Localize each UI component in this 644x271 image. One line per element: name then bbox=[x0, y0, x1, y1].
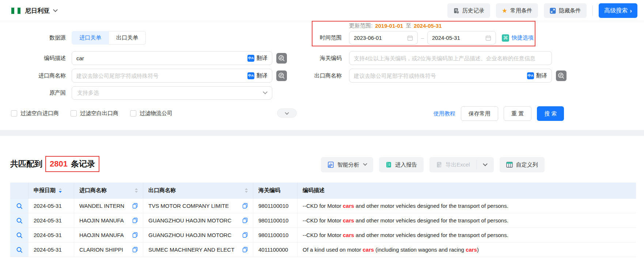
hs-code-input[interactable] bbox=[354, 55, 547, 61]
history-label: 历史记录 bbox=[462, 7, 484, 14]
chevron-down-icon bbox=[363, 162, 367, 166]
quick-options-button[interactable]: ⌘ 快捷选项 bbox=[502, 34, 534, 42]
checkbox-icon[interactable] bbox=[71, 110, 77, 117]
cell-exporter: GUANGZHOU HAOJIN MOTORC bbox=[143, 213, 253, 228]
header-exporter[interactable]: 出口商名称 bbox=[143, 183, 253, 198]
sort-desc-icon[interactable] bbox=[59, 191, 62, 193]
copy-icon[interactable] bbox=[242, 218, 248, 223]
end-date-picker[interactable]: 2024-05-31 bbox=[427, 31, 496, 45]
checkbox-icon[interactable] bbox=[130, 110, 136, 117]
cell-hs-code: 9801100010 bbox=[253, 228, 298, 242]
code-desc-input-box: 中A 翻译 bbox=[72, 51, 272, 65]
cell-importer: CLARION SHIPPI bbox=[74, 243, 143, 257]
sort-control[interactable] bbox=[245, 188, 248, 193]
chevron-down-icon bbox=[263, 89, 268, 94]
export-excel-group: 导出Excel bbox=[429, 157, 494, 172]
data-source-label: 数据源 bbox=[0, 34, 66, 41]
cell-declare-date: 2024-05-31 bbox=[29, 199, 74, 213]
checkbox-filter-blank-importer[interactable]: 过滤空白进口商 bbox=[11, 110, 59, 117]
checkbox-icon[interactable] bbox=[11, 110, 17, 117]
translate-label: 翻译 bbox=[257, 72, 268, 79]
hide-conditions-button[interactable]: 隐藏条件 bbox=[544, 3, 587, 18]
table-header-row: 申报日期 进口商名称 出口商名称 海关编码 编码描述 bbox=[10, 183, 636, 199]
copy-icon[interactable] bbox=[132, 203, 138, 209]
sort-asc-icon[interactable] bbox=[245, 188, 248, 190]
translate-icon: 中A bbox=[247, 72, 254, 79]
cell-code-desc: Of a kind used on motor cars (including … bbox=[298, 243, 636, 257]
reset-button[interactable]: 重 置 bbox=[504, 106, 531, 121]
row-detail-button[interactable] bbox=[10, 199, 29, 213]
tab-import-declarations[interactable]: 进口关单 bbox=[72, 31, 109, 45]
cell-importer: HAOJIN MANUFA bbox=[74, 213, 143, 228]
save-favorite-label: 保存常用 bbox=[469, 110, 490, 117]
table-row: 2024-05-31 WANDEL INTERN TVS MOTOR COMPA… bbox=[10, 199, 636, 213]
export-excel-button[interactable]: 导出Excel bbox=[429, 157, 477, 172]
header-importer[interactable]: 进口商名称 bbox=[74, 183, 143, 198]
sort-control[interactable] bbox=[135, 188, 138, 193]
origin-select[interactable]: 支持多选 bbox=[72, 86, 272, 100]
form-actions: 使用教程 保存常用 重 置 搜 索 bbox=[433, 106, 564, 121]
table-row: 2024-05-31 HAOJIN MANUFA GUANGZHOU HAOJI… bbox=[10, 213, 636, 228]
checkbox-filter-blank-exporter[interactable]: 过滤空白出口商 bbox=[71, 110, 118, 117]
row-detail-button[interactable] bbox=[10, 243, 29, 257]
sort-control[interactable] bbox=[59, 188, 62, 193]
similar-search-button[interactable] bbox=[556, 70, 567, 81]
header-label: 申报日期 bbox=[34, 187, 56, 194]
copy-icon[interactable] bbox=[242, 247, 248, 252]
copy-icon[interactable] bbox=[242, 203, 248, 209]
favorites-button[interactable]: ★ 常用条件 bbox=[496, 3, 538, 18]
translate-button[interactable]: 中A 翻译 bbox=[527, 72, 547, 79]
row-detail-button[interactable] bbox=[10, 228, 29, 242]
save-favorite-button[interactable]: 保存常用 bbox=[461, 106, 498, 121]
exporter-input-box: 中A 翻译 bbox=[349, 69, 552, 83]
tab-import-label: 进口关单 bbox=[79, 34, 101, 41]
cell-code-desc: --CKD for Motor cars and other motor veh… bbox=[298, 199, 636, 213]
hs-code-label: 海关编码 bbox=[281, 55, 342, 62]
custom-columns-button[interactable]: 自定义列 bbox=[500, 157, 545, 172]
header-declare-date[interactable]: 申报日期 bbox=[29, 183, 74, 198]
exporter-input[interactable] bbox=[354, 73, 527, 79]
smart-analysis-button[interactable]: BI 智能分析 bbox=[321, 157, 373, 172]
cell-hs-code: 9801100010 bbox=[253, 213, 298, 228]
translate-label: 翻译 bbox=[257, 55, 268, 62]
data-source-row: 数据源 进口关单 出口关单 bbox=[0, 31, 146, 45]
sort-asc-icon[interactable] bbox=[59, 188, 62, 190]
header-label: 出口商名称 bbox=[148, 187, 176, 194]
sort-desc-icon[interactable] bbox=[245, 191, 248, 193]
advanced-search-button[interactable]: 高级搜索 › bbox=[599, 3, 637, 18]
country-name: 尼日利亚 bbox=[25, 7, 50, 15]
start-date-picker[interactable]: 2023-06-01 bbox=[349, 31, 418, 45]
copy-icon[interactable] bbox=[132, 218, 138, 223]
row-detail-button[interactable] bbox=[10, 213, 29, 228]
tab-export-declarations[interactable]: 出口关单 bbox=[109, 31, 146, 45]
time-range-row: 时间范围 2023-06-01 – 2024-05-31 ⌘ 快捷选项 bbox=[281, 31, 534, 45]
enter-report-label: 进入报告 bbox=[395, 161, 417, 168]
translate-button[interactable]: 中A 翻译 bbox=[247, 55, 268, 62]
copy-icon[interactable] bbox=[132, 247, 138, 252]
top-bar-actions: 历史记录 ★ 常用条件 隐藏条件 高级搜索 › bbox=[447, 3, 637, 18]
sort-desc-icon[interactable] bbox=[135, 191, 138, 193]
search-button[interactable]: 搜 索 bbox=[537, 106, 564, 121]
importer-input[interactable] bbox=[76, 73, 247, 79]
translate-button[interactable]: 中A 翻译 bbox=[247, 72, 268, 79]
export-options-button[interactable] bbox=[477, 157, 494, 172]
code-desc-input[interactable] bbox=[76, 55, 247, 61]
history-button[interactable]: 历史记录 bbox=[447, 3, 490, 18]
tutorial-link[interactable]: 使用教程 bbox=[433, 110, 455, 117]
nigeria-flag-icon bbox=[11, 7, 21, 14]
update-range-end: 2024-05-31 bbox=[414, 23, 442, 29]
bi-chart-icon: BI bbox=[327, 161, 334, 168]
copy-icon[interactable] bbox=[132, 232, 138, 238]
reset-label: 重 置 bbox=[511, 110, 524, 117]
checkbox-filter-logistics[interactable]: 过滤物流公司 bbox=[130, 110, 173, 117]
copy-icon[interactable] bbox=[242, 232, 248, 238]
update-range-line: 更新范围: 2019-01-01 至 2024-05-31 bbox=[349, 22, 442, 29]
header-code-desc: 编码描述 bbox=[298, 183, 636, 198]
enter-report-button[interactable]: 进入报告 bbox=[379, 157, 424, 172]
top-bar: 尼日利亚 历史记录 ★ 常用条件 隐藏条件 高级搜索 › bbox=[0, 0, 644, 21]
sort-asc-icon[interactable] bbox=[135, 188, 138, 190]
data-source-tabs: 进口关单 出口关单 bbox=[72, 31, 146, 45]
country-selector[interactable]: 尼日利亚 bbox=[11, 0, 57, 21]
collapse-form-button[interactable] bbox=[277, 108, 297, 118]
table-body: 2024-05-31 WANDEL INTERN TVS MOTOR COMPA… bbox=[10, 199, 636, 257]
